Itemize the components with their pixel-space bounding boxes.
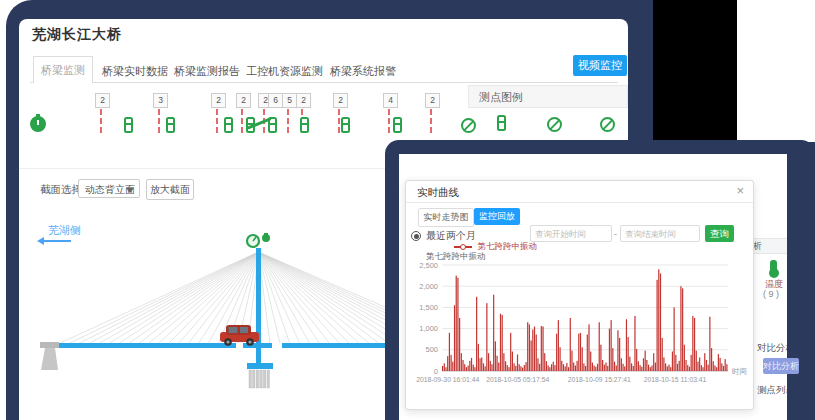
front-window: 析 温度 ( 9 ) 对比分析 对比分析 测点列表 实时曲线 × 实时走势图 监…: [385, 140, 815, 420]
section-select-dropdown[interactable]: 动态背立面: [78, 179, 140, 198]
chain-legend-icon: [497, 115, 506, 130]
sensor-count-badge[interactable]: 2: [333, 93, 348, 108]
svg-text:2018-10-05 05:17:54: 2018-10-05 05:17:54: [486, 376, 549, 383]
svg-text:2,000: 2,000: [419, 282, 438, 291]
pier-piles: [249, 370, 269, 388]
query-end-time-input[interactable]: [620, 225, 700, 242]
video-monitor-button[interactable]: 视频监控: [573, 55, 627, 76]
query-button[interactable]: 查询: [705, 225, 734, 242]
sensor-count-badge[interactable]: 2: [211, 93, 226, 108]
sensor-count-badge[interactable]: 2: [425, 93, 440, 108]
sensor-dash-line: [388, 109, 390, 133]
compare-analysis-title: 对比分析: [757, 342, 787, 355]
bridge-diagram: [20, 212, 388, 420]
sensor-count-badge[interactable]: 3: [153, 93, 168, 108]
chain-sensor-icon[interactable]: [393, 117, 402, 132]
sensor-count-badge[interactable]: 4: [383, 93, 398, 108]
svg-text:2,500: 2,500: [419, 261, 438, 270]
dialog-title: 实时曲线: [417, 186, 459, 200]
tab-monitoring-report[interactable]: 桥梁监测报告: [174, 64, 240, 79]
no-entry-icon[interactable]: [461, 118, 476, 133]
pier-crossbeam: [247, 363, 273, 369]
abutment-pier: [41, 348, 58, 370]
svg-text:1,000: 1,000: [419, 324, 438, 333]
chain-sensor-icon[interactable]: [300, 117, 309, 132]
date-range-separator: -: [614, 229, 617, 239]
desktop-white-region: [737, 0, 815, 142]
deck-joint: [236, 343, 243, 348]
strip-section-header: 析: [753, 238, 787, 254]
tab-ipc-resource[interactable]: 工控机资源监测: [246, 64, 323, 79]
legend-label: 第七跨跨中振动: [477, 241, 537, 251]
deck-joint: [272, 343, 282, 348]
close-icon[interactable]: ×: [736, 184, 744, 197]
svg-text:2018-10-09 15:27:41: 2018-10-09 15:27:41: [568, 376, 631, 383]
no-entry-legend-icon: [600, 117, 615, 132]
bridge-tower: [256, 248, 261, 366]
bridge-cables: [58, 252, 388, 344]
sensor-dash-line: [100, 109, 102, 133]
point-list-label: 测点列表: [757, 384, 787, 397]
abutment-cap: [40, 342, 59, 348]
legend-marker-icon: [454, 243, 472, 251]
sensor-dash-line: [241, 109, 243, 133]
sensor-dash-line: [430, 109, 432, 133]
svg-text:0: 0: [434, 367, 438, 376]
sensor-dash-line: [287, 109, 289, 133]
chain-sensor-icon[interactable]: [124, 117, 133, 132]
thermometer-icon[interactable]: [770, 260, 777, 272]
tab-realtime-data[interactable]: 桥梁实时数据: [102, 64, 168, 79]
desktop-black-region: [653, 0, 737, 142]
sensor-count-badge[interactable]: 5: [282, 93, 297, 108]
tab-monitor-playback[interactable]: 监控回放: [474, 208, 520, 225]
temperature-count: ( 9 ): [763, 289, 779, 299]
vibration-chart: 05001,0001,5002,0002,5002018-09-30 16:01…: [410, 259, 748, 403]
sensor-dash-line: [216, 109, 218, 133]
page-title: 芜湖长江大桥: [32, 26, 122, 44]
compare-analysis-button[interactable]: 对比分析: [763, 358, 799, 374]
svg-text:500: 500: [425, 345, 438, 354]
last-two-months-radio[interactable]: [411, 231, 421, 241]
legend-panel-header: 测点图例: [468, 85, 628, 108]
tab-system-alarm[interactable]: 桥梁系统报警: [330, 64, 396, 79]
chevron-down-icon: [126, 188, 134, 193]
sensor-dash-line: [338, 109, 340, 133]
svg-text:时间: 时间: [732, 367, 747, 376]
section-divider: [19, 168, 385, 169]
zoom-section-button[interactable]: 放大截面: [146, 179, 194, 200]
sensor-count-badge[interactable]: 2: [95, 93, 110, 108]
sensor-count-badge[interactable]: 6: [268, 93, 283, 108]
stopwatch-icon[interactable]: [30, 116, 46, 132]
chain-sensor-icon[interactable]: [224, 117, 233, 132]
svg-text:1,500: 1,500: [419, 303, 438, 312]
no-entry-legend-icon: [547, 117, 562, 132]
front-window-content: 析 温度 ( 9 ) 对比分析 对比分析 测点列表 实时曲线 × 实时走势图 监…: [399, 154, 787, 420]
svg-text:2018-10-15 11:03:41: 2018-10-15 11:03:41: [644, 376, 707, 383]
query-start-time-input[interactable]: [530, 225, 612, 242]
sensor-count-badge[interactable]: 2: [296, 93, 311, 108]
tab-realtime-trend[interactable]: 实时走势图: [418, 208, 474, 227]
car-illustration: [220, 325, 259, 346]
tab-bridge-monitoring[interactable]: 桥梁监测: [33, 56, 93, 83]
tabbar-divider: [30, 82, 618, 83]
sensor-dash-line: [158, 109, 160, 133]
dialog-header: 实时曲线 ×: [406, 181, 753, 203]
bridge-deck: [58, 343, 388, 348]
realtime-curve-dialog: 实时曲线 × 实时走势图 监控回放 最近两个月 - 查询 第七跨跨中振动 第七跨…: [405, 180, 754, 410]
sensor-count-badge[interactable]: 2: [236, 93, 251, 108]
chain-sensor-icon[interactable]: [166, 117, 175, 132]
svg-text:2018-09-30 16:01:44: 2018-09-30 16:01:44: [416, 376, 479, 383]
chain-sensor-icon[interactable]: [341, 117, 350, 132]
